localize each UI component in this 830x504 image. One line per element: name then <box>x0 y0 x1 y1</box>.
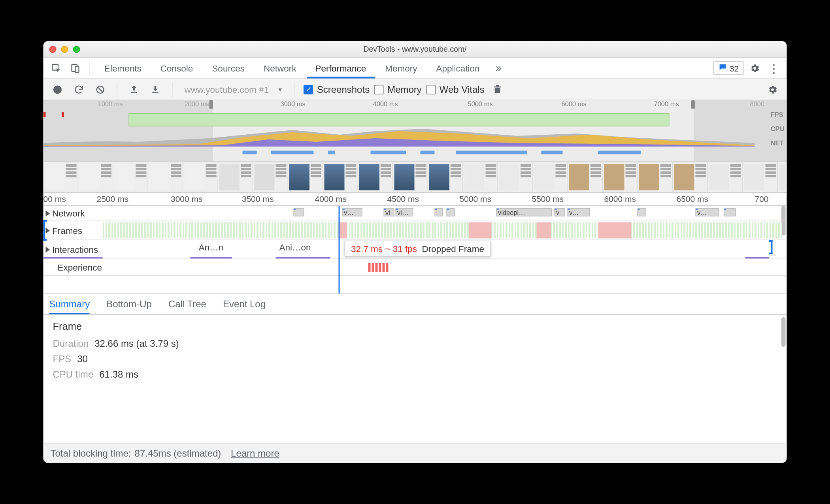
screenshot-thumb[interactable] <box>323 162 358 193</box>
screenshot-thumb[interactable] <box>253 162 289 193</box>
close-window-button[interactable] <box>49 45 57 53</box>
screenshot-thumb[interactable] <box>113 162 149 193</box>
clear-button[interactable] <box>92 81 109 98</box>
screenshot-thumb[interactable] <box>498 162 533 193</box>
kebab-menu-icon[interactable]: ⋮ <box>766 60 782 76</box>
tab-application[interactable]: Application <box>428 58 488 79</box>
network-request[interactable]: videopl… <box>496 208 552 216</box>
screenshot-thumb[interactable] <box>358 162 393 193</box>
screenshot-thumb[interactable] <box>218 162 253 193</box>
more-tabs-icon[interactable]: » <box>490 60 507 76</box>
screenshot-thumb[interactable] <box>638 162 673 193</box>
screenshot-thumb[interactable] <box>78 162 113 193</box>
expand-icon[interactable] <box>46 210 50 216</box>
scrollbar-thumb[interactable] <box>781 317 786 347</box>
fps-overview <box>43 112 755 126</box>
tab-memory[interactable]: Memory <box>377 58 425 79</box>
tbt-value: 87.45ms (estimated) <box>135 448 221 459</box>
screenshot-thumb[interactable] <box>428 162 463 193</box>
summary-title: Frame <box>53 321 777 333</box>
screenshots-checkbox[interactable]: ✓ Screenshots <box>304 84 370 95</box>
screenshot-thumb[interactable] <box>673 162 708 193</box>
track-frames[interactable]: Frames <box>43 221 787 240</box>
dropped-frame[interactable] <box>537 222 551 239</box>
main-tab-bar: Elements Console Sources Network Perform… <box>43 58 787 79</box>
screenshot-thumb[interactable] <box>568 162 603 193</box>
settings-icon[interactable] <box>747 60 763 76</box>
screenshot-thumb[interactable] <box>778 162 787 193</box>
screenshot-thumb[interactable] <box>148 162 183 193</box>
dropped-frame[interactable] <box>469 222 492 239</box>
devtools-window: DevTools - www.youtube.com/ Elements Con… <box>43 41 787 463</box>
screenshot-thumb[interactable] <box>463 162 498 193</box>
reload-button[interactable] <box>71 81 87 98</box>
fps-label: FPS <box>53 354 72 365</box>
minimize-window-button[interactable] <box>61 45 68 53</box>
window-titlebar[interactable]: DevTools - www.youtube.com/ <box>43 41 787 58</box>
network-request[interactable] <box>724 208 736 216</box>
screenshot-thumb[interactable] <box>43 162 79 193</box>
timeline-cursor[interactable] <box>339 206 340 293</box>
expand-icon[interactable] <box>46 228 50 233</box>
network-request[interactable]: v… <box>568 208 590 216</box>
network-request[interactable] <box>447 208 455 216</box>
screenshot-thumb[interactable] <box>288 162 323 193</box>
delete-profile-icon[interactable] <box>489 81 506 98</box>
network-request[interactable]: v… <box>342 208 362 216</box>
track-interactions[interactable]: Interactions An…n Ani…on 32.7 ms ~ 31 fp… <box>43 240 787 259</box>
screenshot-thumb[interactable] <box>533 162 568 193</box>
network-request[interactable]: v… <box>696 208 719 216</box>
record-button[interactable] <box>49 81 66 98</box>
checkbox-icon <box>426 85 436 94</box>
memory-checkbox[interactable]: Memory <box>374 84 422 95</box>
screenshot-filmstrip[interactable] <box>43 162 787 193</box>
screenshot-thumb[interactable] <box>708 162 743 193</box>
webvitals-checkbox[interactable]: Web Vitals <box>426 84 485 95</box>
network-request[interactable] <box>638 208 646 216</box>
zoom-window-button[interactable] <box>73 45 80 53</box>
tab-performance[interactable]: Performance <box>307 58 374 79</box>
screenshot-thumb[interactable] <box>183 162 219 193</box>
duration-label: Duration <box>53 339 89 349</box>
fps-label: FPS <box>771 111 785 118</box>
network-request[interactable]: vi… <box>396 208 413 216</box>
overview-handle-left[interactable] <box>209 100 213 109</box>
capture-settings-icon[interactable] <box>764 81 781 98</box>
upload-profile-icon[interactable] <box>126 81 142 98</box>
screenshot-thumb[interactable] <box>393 162 428 193</box>
tab-bottom-up[interactable]: Bottom-Up <box>106 294 152 314</box>
tab-sources[interactable]: Sources <box>204 58 253 79</box>
timeline-ruler[interactable]: 00 ms 2500 ms 3000 ms 3500 ms 4000 ms 45… <box>43 193 787 206</box>
dropped-frame[interactable] <box>339 222 347 239</box>
inspect-element-icon[interactable] <box>48 60 65 76</box>
device-toolbar-icon[interactable] <box>67 60 84 76</box>
overview-handle-right[interactable] <box>692 100 695 109</box>
track-experience[interactable]: Experience <box>43 259 787 276</box>
expand-icon[interactable] <box>46 246 50 252</box>
summary-pane: Frame Duration32.66 ms (at 3.79 s) FPS30… <box>43 315 787 443</box>
network-request[interactable]: v <box>555 208 565 216</box>
tab-console[interactable]: Console <box>152 58 202 79</box>
learn-more-link[interactable]: Learn more <box>231 448 279 459</box>
details-tab-bar: Summary Bottom-Up Call Tree Event Log <box>43 293 787 315</box>
tab-network[interactable]: Network <box>255 58 305 79</box>
cputime-label: CPU time <box>53 369 94 380</box>
tab-event-log[interactable]: Event Log <box>223 294 266 314</box>
download-profile-icon[interactable] <box>147 81 164 98</box>
tab-elements[interactable]: Elements <box>96 58 150 79</box>
screenshot-thumb[interactable] <box>603 162 638 193</box>
network-request[interactable]: vi <box>384 208 394 216</box>
frame-tooltip: 32.7 ms ~ 31 fps Dropped Frame <box>345 241 491 257</box>
network-request[interactable] <box>294 208 304 216</box>
network-request[interactable] <box>435 208 443 216</box>
profile-selector[interactable]: www.youtube.com #1 ▼ <box>181 83 287 96</box>
tab-call-tree[interactable]: Call Tree <box>168 294 206 314</box>
profile-name: www.youtube.com #1 <box>185 85 269 95</box>
dropped-frame[interactable] <box>598 222 632 239</box>
overview-panel[interactable]: 1000 ms 2000 ms 3000 ms 4000 ms 5000 ms … <box>43 100 787 162</box>
window-title: DevTools - www.youtube.com/ <box>363 45 466 54</box>
track-network[interactable]: Network v…vivi…videopl…vv…v… <box>43 206 787 221</box>
messages-badge[interactable]: 32 <box>713 61 744 75</box>
tab-summary[interactable]: Summary <box>49 294 90 314</box>
screenshot-thumb[interactable] <box>743 162 778 193</box>
